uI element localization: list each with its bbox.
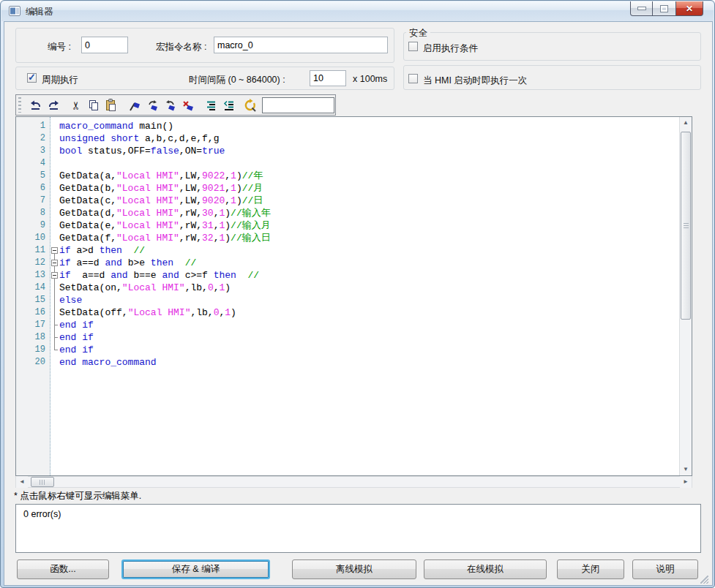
close-editor-button[interactable]: 关闭 bbox=[557, 559, 624, 579]
next-bookmark-icon[interactable] bbox=[146, 98, 161, 113]
code-text[interactable]: end if bbox=[59, 331, 679, 344]
vertical-scrollbar[interactable]: ▲ ▼ bbox=[679, 117, 692, 475]
code-text[interactable]: if a>d then // bbox=[59, 244, 679, 257]
line-number: 14 bbox=[16, 282, 50, 294]
code-line[interactable]: 7GetData(c,"Local HMI",LW,9020,1)//日 bbox=[16, 195, 679, 207]
title-bar[interactable]: 编辑器 ✕ bbox=[1, 1, 714, 21]
periodic-label: 周期执行 bbox=[42, 74, 78, 86]
interval-input[interactable] bbox=[310, 70, 346, 86]
code-text[interactable]: GetData(f,"Local HMI",rW,32,1)//输入日 bbox=[59, 232, 679, 244]
search-replace-icon[interactable] bbox=[242, 98, 258, 113]
functions-button[interactable]: 函数... bbox=[17, 559, 109, 579]
window-controls: ✕ bbox=[630, 1, 703, 16]
toggle-bookmark-icon[interactable] bbox=[127, 98, 143, 113]
collapse-box-icon[interactable] bbox=[51, 260, 58, 266]
code-lines[interactable]: 1macro_command main()2unsigned short a,b… bbox=[16, 117, 679, 475]
scroll-up-icon[interactable]: ▲ bbox=[680, 117, 692, 129]
code-line[interactable]: 15else bbox=[16, 294, 679, 306]
code-text[interactable]: end if bbox=[59, 319, 679, 331]
copy-icon[interactable] bbox=[86, 98, 101, 113]
code-line[interactable]: 9GetData(e,"Local HMI",rW,31,1)//输入月 bbox=[16, 219, 679, 232]
window-title: 编辑器 bbox=[26, 6, 53, 18]
periodic-checkbox[interactable] bbox=[27, 73, 37, 83]
code-line[interactable]: 17end if bbox=[16, 319, 679, 331]
code-line[interactable]: 5GetData(a,"Local HMI",LW,9022,1)//年 bbox=[16, 170, 679, 182]
code-text[interactable]: GetData(c,"Local HMI",LW,9020,1)//日 bbox=[59, 195, 679, 207]
resize-grip-icon[interactable] bbox=[700, 576, 708, 584]
code-line[interactable]: 20end macro_command bbox=[16, 356, 679, 369]
code-text[interactable]: GetData(a,"Local HMI",LW,9022,1)//年 bbox=[59, 170, 679, 182]
online-simulation-button[interactable]: 在线模拟 bbox=[424, 559, 547, 579]
line-number: 10 bbox=[16, 232, 50, 244]
horizontal-scroll-thumb[interactable] bbox=[31, 477, 54, 487]
undo-icon[interactable] bbox=[28, 98, 43, 113]
clear-bookmarks-icon[interactable] bbox=[181, 98, 196, 113]
code-text[interactable]: SetData(off,"Local HMI",lb,0,1) bbox=[59, 306, 679, 319]
help-button[interactable]: 说明 bbox=[632, 559, 698, 579]
code-text[interactable]: end macro_command bbox=[59, 356, 679, 369]
code-line[interactable]: 4 bbox=[16, 157, 679, 170]
code-line[interactable]: 14SetData(on,"Local HMI",lb,0,1) bbox=[16, 282, 679, 294]
previous-bookmark-icon[interactable] bbox=[163, 98, 179, 113]
number-input[interactable] bbox=[81, 37, 128, 53]
code-editor[interactable]: 1macro_command main()2unsigned short a,b… bbox=[15, 116, 692, 476]
code-text[interactable]: SetData(on,"Local HMI",lb,0,1) bbox=[59, 282, 679, 294]
fold-marker[interactable] bbox=[50, 244, 59, 257]
code-line[interactable]: 3bool status,OFF=false,ON=true bbox=[16, 145, 679, 157]
fold-column bbox=[50, 356, 59, 369]
scroll-left-icon[interactable]: ◄ bbox=[16, 476, 28, 488]
code-text[interactable]: unsigned short a,b,c,d,e,f,g bbox=[59, 132, 679, 145]
code-text[interactable]: GetData(b,"Local HMI",LW,9021,1)//月 bbox=[59, 182, 679, 195]
outdent-list-icon[interactable] bbox=[221, 98, 236, 113]
security-group-label: 安全 bbox=[406, 27, 430, 39]
fold-marker[interactable] bbox=[50, 257, 59, 269]
code-line[interactable]: 13if a==d and b==e and c>=f then // bbox=[16, 269, 679, 282]
scroll-right-icon[interactable]: ► bbox=[680, 476, 692, 488]
save-compile-button[interactable]: 保存 & 编译 bbox=[121, 559, 270, 579]
paste-icon[interactable] bbox=[102, 98, 118, 113]
code-line[interactable]: 1macro_command main() bbox=[16, 120, 679, 132]
fold-column bbox=[50, 170, 59, 182]
code-text[interactable]: GetData(e,"Local HMI",rW,31,1)//输入月 bbox=[59, 219, 679, 232]
code-text[interactable]: GetData(d,"Local HMI",rW,30,1)//输入年 bbox=[59, 207, 679, 219]
close-button[interactable]: ✕ bbox=[675, 1, 703, 16]
collapse-box-icon[interactable] bbox=[51, 272, 58, 279]
code-text[interactable]: macro_command main() bbox=[59, 120, 679, 132]
scroll-down-icon[interactable]: ▼ bbox=[680, 464, 692, 475]
indent-list-icon[interactable] bbox=[203, 98, 219, 113]
horizontal-scrollbar[interactable]: ◄ ► bbox=[15, 476, 692, 488]
toolbar-search-input[interactable] bbox=[262, 97, 334, 113]
code-line[interactable]: 19end if bbox=[16, 344, 679, 356]
offline-simulation-button[interactable]: 离线模拟 bbox=[292, 559, 416, 579]
error-count-text: 0 error(s) bbox=[23, 509, 61, 519]
compile-output-box: 0 error(s) bbox=[15, 504, 701, 553]
code-text[interactable]: bool status,OFF=false,ON=true bbox=[59, 145, 679, 157]
code-line[interactable]: 6GetData(b,"Local HMI",LW,9021,1)//月 bbox=[16, 182, 679, 195]
code-text[interactable]: if a==d and b>e then // bbox=[59, 257, 679, 269]
enable-condition-checkbox[interactable] bbox=[408, 42, 418, 51]
code-line[interactable]: 16SetData(off,"Local HMI",lb,0,1) bbox=[16, 306, 679, 319]
code-text[interactable] bbox=[59, 157, 679, 170]
code-line[interactable]: 2unsigned short a,b,c,d,e,f,g bbox=[16, 132, 679, 145]
cut-icon[interactable]: ✂ bbox=[69, 98, 84, 113]
redo-icon[interactable] bbox=[46, 98, 61, 113]
run-on-startup-checkbox[interactable] bbox=[408, 74, 418, 83]
code-text[interactable]: end if bbox=[59, 344, 679, 356]
code-line[interactable]: 11if a>d then // bbox=[16, 244, 679, 257]
code-line[interactable]: 12if a==d and b>e then // bbox=[16, 257, 679, 269]
vertical-scroll-thumb[interactable] bbox=[681, 132, 691, 320]
code-line[interactable]: 18end if bbox=[16, 331, 679, 344]
code-text[interactable]: else bbox=[59, 294, 679, 306]
code-line[interactable]: 8GetData(d,"Local HMI",rW,30,1)//输入年 bbox=[16, 207, 679, 219]
fold-marker bbox=[50, 282, 59, 294]
app-icon bbox=[9, 6, 20, 16]
collapse-box-icon[interactable] bbox=[51, 247, 58, 254]
code-text[interactable]: if a==d and b==e and c>=f then // bbox=[59, 269, 679, 282]
code-line[interactable]: 10GetData(f,"Local HMI",rW,32,1)//输入日 bbox=[16, 232, 679, 244]
fold-marker bbox=[50, 294, 59, 306]
fold-marker[interactable] bbox=[50, 269, 59, 282]
toolbar-grip[interactable] bbox=[18, 97, 21, 113]
maximize-button[interactable] bbox=[653, 1, 675, 16]
macro-name-input[interactable] bbox=[214, 37, 388, 53]
minimize-button[interactable] bbox=[630, 1, 653, 16]
